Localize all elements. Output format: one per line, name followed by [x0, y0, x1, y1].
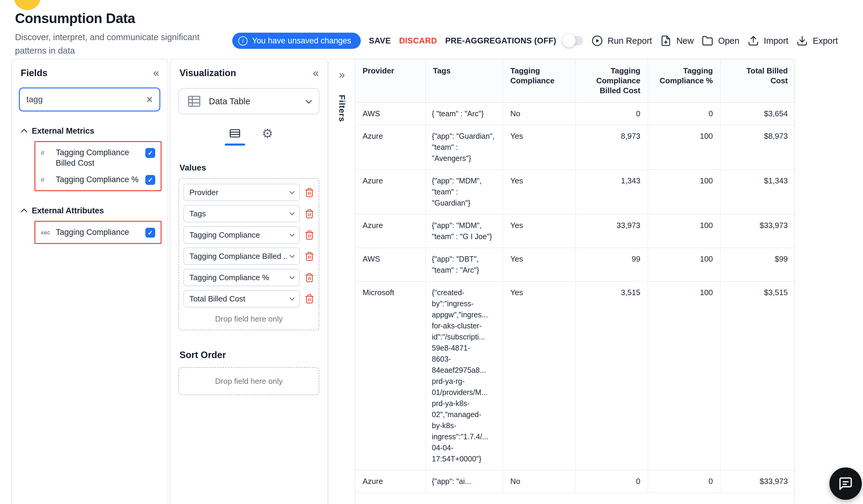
table-row[interactable]: AWS {"app": "DBT", "team" : "Arc"} Yes 9…	[355, 248, 795, 281]
column-header-total-billed-cost[interactable]: Total Billed Cost	[721, 59, 795, 102]
value-field-total-billed-cost[interactable]: Total Billed Cost	[184, 290, 300, 307]
clear-search-icon[interactable]: ×	[146, 94, 153, 105]
external-attributes-section-header[interactable]: External Attributes	[12, 206, 167, 215]
table-row[interactable]: Azure {"app": "MDM", "team" : "Guardian"…	[355, 169, 795, 214]
visualization-type-value: Data Table	[209, 97, 299, 106]
column-header-tagging-compliance[interactable]: Tagging Compliance	[503, 59, 575, 102]
new-label: New	[676, 36, 694, 46]
trash-icon[interactable]	[304, 251, 314, 261]
value-field-label: Tagging Compliance %	[189, 273, 287, 282]
table-row[interactable]: Azure {"app": "MDM", "team" : "G I Joe"}…	[355, 214, 795, 248]
column-header-tagging-compliance-pct[interactable]: Tagging Compliance %	[648, 59, 721, 102]
export-button[interactable]: Export	[797, 35, 838, 47]
page-title: Consumption Data	[15, 10, 135, 26]
field-item-tagging-compliance-billed-cost[interactable]: # Tagging Compliance Billed Cost ✓	[38, 144, 158, 172]
value-field-provider[interactable]: Provider	[184, 184, 300, 201]
column-header-tags[interactable]: Tags	[425, 59, 503, 102]
active-tab-indicator	[225, 143, 245, 146]
field-checkbox[interactable]: ✓	[145, 228, 155, 238]
cell-tagging-compliance-pct: 100	[648, 125, 721, 169]
table-row[interactable]: Microsoft {"created- by":"ingress- appgw…	[355, 281, 795, 470]
trash-icon[interactable]	[304, 294, 314, 304]
trash-icon[interactable]	[304, 230, 314, 240]
trash-icon[interactable]	[304, 209, 314, 219]
sort-order-drop-zone[interactable]: Drop field here only	[178, 367, 320, 395]
table-view-icon	[229, 127, 241, 140]
fields-search-input[interactable]	[26, 95, 146, 104]
cell-total-billed-cost: $1,343	[721, 169, 795, 214]
tab-settings[interactable]: ⚙	[262, 127, 273, 140]
field-item-tagging-compliance[interactable]: ABC Tagging Compliance ✓	[38, 224, 158, 241]
preaggregations-toggle[interactable]	[563, 36, 583, 46]
visualization-panel: Visualization « Data Table ⚙ Values Prov…	[170, 59, 328, 504]
cell-total-billed-cost: $33,973	[721, 214, 795, 248]
chevron-down-icon	[290, 231, 295, 237]
value-field-tagging-compliance[interactable]: Tagging Compliance	[184, 226, 300, 243]
value-field-tagging-compliance-pct[interactable]: Tagging Compliance %	[184, 269, 300, 286]
table-row[interactable]: Azure {"app": "Guardian", "team" : "Aven…	[355, 125, 795, 169]
open-label: Open	[718, 36, 739, 46]
field-item-label: Tagging Compliance	[56, 227, 140, 238]
field-item-tagging-compliance-pct[interactable]: # Tagging Compliance % ✓	[38, 172, 158, 188]
external-metrics-section-header[interactable]: External Metrics	[12, 126, 167, 136]
visualization-tabs: ⚙	[171, 127, 327, 146]
download-icon	[797, 35, 808, 47]
value-field-row: Provider	[184, 184, 314, 201]
cell-tagging-compliance-pct: 0	[648, 102, 721, 125]
chevron-up-icon	[21, 209, 27, 215]
external-metrics-section: External Metrics # Tagging Compliance Bi…	[12, 126, 167, 191]
toggle-knob	[562, 34, 576, 47]
field-checkbox[interactable]: ✓	[145, 148, 155, 158]
visualization-panel-title: Visualization	[179, 68, 236, 78]
cell-tagging-compliance-billed-cost: 8,973	[575, 125, 648, 169]
cell-total-billed-cost: $99	[721, 248, 795, 281]
cell-total-billed-cost: $3,515	[721, 281, 795, 470]
open-button[interactable]: Open	[702, 35, 739, 47]
chevron-down-icon	[290, 189, 295, 194]
values-drop-hint: Drop field here only	[184, 311, 314, 327]
visualization-type-select[interactable]: Data Table	[178, 88, 320, 114]
chevron-down-icon	[290, 274, 295, 279]
play-circle-icon	[591, 35, 603, 47]
run-report-button[interactable]: Run Report	[591, 35, 652, 47]
cell-tagging-compliance-pct: 100	[648, 281, 721, 470]
trash-icon[interactable]	[304, 273, 314, 282]
preaggregations-label: PRE-AGGREGATIONS (OFF)	[445, 36, 556, 46]
app-logo[interactable]	[14, 0, 41, 10]
sort-order-drop-hint: Drop field here only	[215, 377, 283, 386]
new-button[interactable]: New	[660, 35, 694, 47]
discard-button[interactable]: DISCARD	[399, 36, 437, 46]
collapse-visualization-panel-button[interactable]: «	[313, 68, 319, 78]
value-field-tagging-compliance-billed-cost[interactable]: Tagging Compliance Billed ...	[184, 248, 300, 265]
cell-tagging-compliance-billed-cost: 0	[575, 102, 648, 125]
table-row[interactable]: Azure {"app": "ai... No 0 0 $33,973	[355, 470, 795, 493]
cell-tagging-compliance: No	[503, 470, 575, 493]
import-button[interactable]: Import	[748, 35, 788, 47]
column-header-provider[interactable]: Provider	[355, 59, 425, 102]
values-drop-zone[interactable]: Provider Tags Tagging Compliance Tagging…	[178, 178, 320, 330]
chevron-down-icon	[290, 295, 295, 301]
value-field-row: Tagging Compliance Billed ...	[184, 248, 314, 265]
collapse-fields-panel-button[interactable]: «	[153, 68, 159, 78]
filters-panel-label[interactable]: Filters	[337, 95, 347, 122]
chevron-down-icon	[305, 97, 312, 103]
export-label: Export	[813, 36, 838, 46]
value-field-label: Tagging Compliance Billed ...	[189, 252, 287, 261]
column-header-tagging-compliance-billed-cost[interactable]: Tagging Compliance Billed Cost	[575, 59, 648, 102]
save-button[interactable]: SAVE	[369, 36, 391, 46]
trash-icon[interactable]	[304, 188, 314, 198]
field-checkbox[interactable]: ✓	[145, 175, 155, 185]
value-field-row: Total Billed Cost	[184, 290, 314, 307]
highlight-box: # Tagging Compliance Billed Cost ✓ # Tag…	[35, 141, 162, 191]
folder-icon	[702, 35, 713, 47]
chat-icon	[838, 476, 853, 491]
tab-table-view[interactable]	[225, 127, 245, 146]
cell-provider: Azure	[355, 125, 425, 169]
table-row[interactable]: AWS { "team" : "Arc"} No 0 0 $3,654	[355, 102, 795, 125]
filters-strip: » Filters	[329, 59, 355, 504]
chat-button[interactable]	[829, 467, 862, 500]
expand-filters-button[interactable]: »	[339, 70, 345, 80]
value-field-tags[interactable]: Tags	[184, 205, 300, 222]
value-field-row: Tags	[184, 205, 314, 222]
chevron-down-icon	[290, 253, 295, 258]
